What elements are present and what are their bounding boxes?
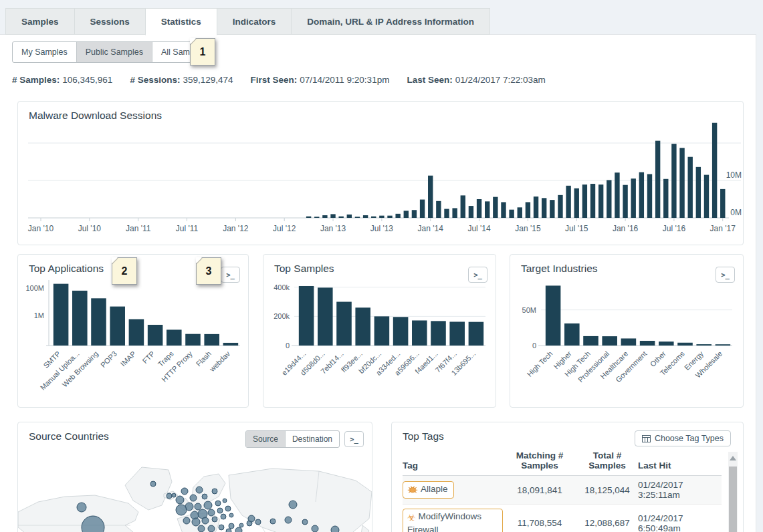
bar[interactable] [469,322,484,346]
country-bubble[interactable] [190,495,197,501]
country-bubble[interactable] [225,506,231,511]
scroll-up-arrow-icon[interactable] [730,456,736,460]
bar[interactable] [449,321,465,346]
country-bubble[interactable] [150,481,156,487]
session-bar[interactable] [436,201,441,218]
bar[interactable] [167,329,182,346]
country-bubble[interactable] [195,503,201,510]
session-bar[interactable] [485,201,489,218]
session-bar[interactable] [306,217,311,218]
country-bubble[interactable] [212,517,217,522]
country-bubble[interactable] [208,525,215,532]
session-bar[interactable] [550,200,554,218]
top-samples-chart[interactable]: 0200k400ke19d44...d508d0...7ebf14...ff93… [267,275,488,406]
bar[interactable] [336,302,352,346]
session-bar[interactable] [330,214,335,218]
session-bar[interactable] [338,217,343,218]
session-bar[interactable] [314,217,319,218]
bar[interactable] [412,320,427,346]
country-bubble[interactable] [172,493,176,497]
bar[interactable] [640,341,655,346]
session-bar[interactable] [412,210,417,218]
session-bar[interactable] [518,207,522,218]
session-bar[interactable] [501,202,506,218]
session-bar[interactable] [355,217,360,218]
session-bar[interactable] [631,178,636,218]
session-bar[interactable] [688,157,693,218]
country-bubble[interactable] [235,527,242,532]
tag-chip[interactable]: Allaple [403,481,454,499]
target-industries-chart[interactable]: 050MHigh TechHigherHigh TechProfessional… [514,275,735,406]
country-bubble[interactable] [289,501,297,509]
country-bubble[interactable] [229,513,233,517]
session-bar[interactable] [379,216,384,218]
bar[interactable] [659,342,674,346]
choose-tag-types-button[interactable]: Choose Tag Types [635,430,731,446]
bar[interactable] [223,343,239,346]
session-bar[interactable] [712,123,717,218]
session-bar[interactable] [477,199,481,218]
session-bar[interactable] [574,188,579,218]
session-bar[interactable] [639,172,644,218]
country-bubble[interactable] [176,505,187,515]
session-bar[interactable] [655,141,660,218]
session-bar[interactable] [679,148,684,218]
bar[interactable] [53,284,69,346]
country-bubble[interactable] [77,503,86,512]
country-bubble[interactable] [212,489,217,494]
country-bubble[interactable] [167,493,172,499]
malware-sessions-chart[interactable]: Jan '10Jul '10Jan '11Jul '11Jan '12Jul '… [19,119,742,243]
session-bar[interactable] [469,206,473,218]
session-bar[interactable] [404,211,409,218]
country-bubble[interactable] [223,499,227,503]
session-bar[interactable] [542,198,546,218]
bar[interactable] [677,343,693,346]
country-bubble[interactable] [302,519,308,525]
session-bar[interactable] [696,167,701,218]
bar[interactable] [621,338,637,346]
session-bar[interactable] [493,197,498,218]
bar[interactable] [431,321,446,346]
session-bar[interactable] [395,214,400,218]
bar[interactable] [716,344,731,346]
tags-scrollbar[interactable] [728,452,738,532]
session-bar[interactable] [663,179,668,218]
session-bar[interactable] [615,172,619,218]
session-bar[interactable] [428,176,433,218]
session-bar[interactable] [534,196,538,218]
console-query-button[interactable]: >_ [344,431,364,447]
tab-sessions[interactable]: Sessions [74,8,146,35]
country-bubble[interactable] [219,525,224,530]
session-bar[interactable] [566,186,570,218]
country-bubble[interactable] [204,501,212,509]
tab-indicators[interactable]: Indicators [217,8,292,35]
country-bubble[interactable] [202,517,209,524]
country-bubble[interactable] [226,529,231,532]
bar[interactable] [185,334,201,346]
session-bar[interactable] [558,195,562,218]
country-bubble[interactable] [176,496,184,504]
country-bubble[interactable] [331,526,339,532]
session-bar[interactable] [461,195,465,218]
country-bubble[interactable] [270,519,276,524]
country-bubble[interactable] [198,525,205,532]
session-bar[interactable] [363,215,368,218]
bar[interactable] [393,317,409,346]
bar[interactable] [129,319,144,346]
session-bar[interactable] [420,200,425,218]
session-bar[interactable] [607,180,611,218]
bar[interactable] [696,344,712,346]
country-bubble[interactable] [183,517,190,524]
bar[interactable] [318,287,333,346]
bar[interactable] [299,286,314,346]
session-bar[interactable] [671,144,676,218]
session-bar[interactable] [444,209,449,218]
country-bubble[interactable] [217,508,223,513]
top-applications-chart[interactable]: 1M100MSMTPManual Uploa...Web BrowsingPOP… [22,275,243,406]
tab-statistics[interactable]: Statistics [145,8,217,35]
country-bubble[interactable] [215,501,221,506]
session-bar[interactable] [590,184,595,218]
country-bubble[interactable] [255,519,261,525]
country-bubble[interactable] [239,523,243,527]
bar[interactable] [564,323,580,346]
